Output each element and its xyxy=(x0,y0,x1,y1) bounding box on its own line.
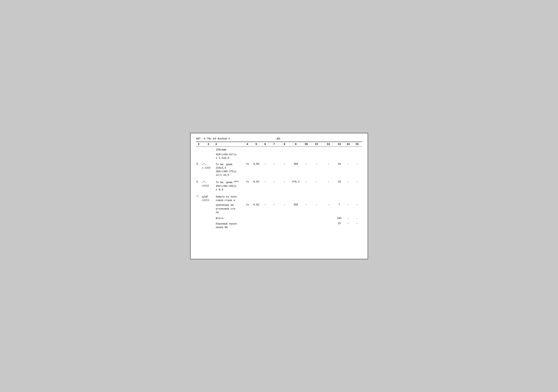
planovye-col14: – xyxy=(344,222,352,225)
row6-col15: – xyxy=(352,180,362,183)
col-header-1: I xyxy=(196,143,202,146)
row7-col9: 356 xyxy=(290,203,302,206)
row6-col9: 476,2 xyxy=(290,180,302,183)
col-header-2: 2 xyxy=(202,143,216,146)
row6-col8: – xyxy=(279,180,290,183)
row5-col9: 369 xyxy=(290,162,302,166)
itogo-label: Итого: xyxy=(216,217,244,220)
row7-col6: – xyxy=(261,203,269,206)
row5-col6: – xyxy=(261,162,269,166)
row7-col3-top: Хомуты из поло-совой стали и xyxy=(216,195,244,202)
col-header-13: I3 xyxy=(334,143,344,146)
cell-1-1 xyxy=(196,148,202,148)
row5-col15: – xyxy=(352,162,362,166)
cell-1-14 xyxy=(344,148,352,148)
row6-col2: —"—п3333 xyxy=(202,180,216,188)
row7-col7: – xyxy=(269,203,279,206)
col-header-9: 9 xyxy=(290,143,302,146)
row5-col7: – xyxy=(269,162,279,166)
row7-col13: 7 xyxy=(334,203,344,206)
row6-col13: IO xyxy=(334,180,344,183)
cell-2-1 xyxy=(196,153,202,153)
col-header-15: I5 xyxy=(352,143,362,146)
row5-col8: – xyxy=(279,162,290,166)
row-7-top: 7. цIцПп2OI9 Хомуты из поло-совой стали … xyxy=(196,195,362,203)
row5-col13: I8 xyxy=(334,162,344,166)
itogo-row: Итого: I83 – – xyxy=(196,216,362,220)
row5-col4: тн xyxy=(244,162,252,166)
row7-col5: 0,02 xyxy=(252,203,261,206)
cell-1-15 xyxy=(352,148,362,148)
itogo-col14: – xyxy=(344,217,352,220)
row5-col14: – xyxy=(344,162,352,166)
itogo-col15: – xyxy=(352,217,362,220)
cell-2-2 xyxy=(202,153,216,153)
col-header-3: 3 xyxy=(216,143,244,146)
cell-1-11 xyxy=(311,148,323,148)
row5-col3: То же, диам.2I9х3,5385+(385-375)хх2,5 х0… xyxy=(216,162,244,177)
cell-1-9 xyxy=(290,148,302,148)
col-header-8: 8 xyxy=(279,143,290,146)
pre-row-2: 428+(428-417)xx I,5x0,9 xyxy=(196,152,362,161)
page-header: 90Т.-4-70с.84 Альбом У -49- xyxy=(196,137,362,140)
col-header-4: 4 xyxy=(244,143,252,146)
row6-col10: – xyxy=(302,180,311,183)
row7-col10: – xyxy=(302,203,311,206)
row5-col2: —"—п.3358 xyxy=(202,162,216,170)
row7-col14: – xyxy=(344,203,352,206)
row6-col12: – xyxy=(323,180,334,183)
row6-col6: – xyxy=(261,180,269,183)
planovye-row: Плановые накоп-ления 8% I5 – – xyxy=(196,222,362,230)
row5-col10: – xyxy=(302,162,311,166)
row7-col12: – xyxy=(323,203,334,206)
cell-1-4 xyxy=(244,148,252,148)
row6-col4: тн xyxy=(244,180,252,183)
row7-col8: – xyxy=(279,203,290,206)
row5-col12: – xyxy=(323,162,334,166)
cell-1-13 xyxy=(334,148,344,148)
row6-col5: 0,02 xyxy=(252,180,261,183)
col-header-5: 5 xyxy=(252,143,261,146)
page: 90Т.-4-70с.84 Альбом У -49- I 2 3 4 5 6 … xyxy=(190,133,368,259)
row7-col2: цIцПп2OI9 xyxy=(202,195,216,203)
col-header-12: I2 xyxy=(323,143,334,146)
row6-col1: 6. xyxy=(196,180,202,183)
row6-col14: – xyxy=(344,180,352,183)
col-header-14: I4 xyxy=(344,143,352,146)
row7-col3-bottom: крепление ивуголковой ста-ли xyxy=(216,203,244,214)
cell-1-10 xyxy=(302,148,311,148)
itogo-col13: I83 xyxy=(334,217,344,220)
row7-col1: 7. xyxy=(196,195,202,198)
col-header-7: 7 xyxy=(269,143,279,146)
planovye-col13: I5 xyxy=(334,222,344,225)
cell-1-8 xyxy=(279,148,290,148)
row7-col11: – xyxy=(311,203,323,206)
cell-1-7 xyxy=(269,148,279,148)
pre-row-1: I59х3мм xyxy=(196,147,362,152)
planovye-col15: – xyxy=(352,222,362,225)
col-header-6: 6 xyxy=(261,143,269,146)
page-ref: 90Т.-4-70с.84 Альбом У xyxy=(196,137,230,140)
cell-1-12 xyxy=(323,148,334,148)
row-5: 5. —"—п.3358 То же, диам.2I9х3,5385+(385… xyxy=(196,162,362,178)
row7-col15: – xyxy=(352,203,362,206)
row5-col5: 0,05 xyxy=(252,162,261,166)
row-7-bottom: крепление ивуголковой ста-ли тн 0,02 – –… xyxy=(196,203,362,215)
cell-1-6 xyxy=(261,148,269,148)
row6-col7: – xyxy=(269,180,279,183)
row5-col11: – xyxy=(311,162,323,166)
row6-col11: – xyxy=(311,180,323,183)
cell-1-2 xyxy=(202,148,216,148)
col-header-11: II xyxy=(311,143,323,146)
table-body: I59х3мм 428+(428-417)xx I,5x0,9 xyxy=(196,147,362,230)
cell-2-3: 428+(428-417)xx I,5x0,9 xyxy=(216,153,244,160)
col-header-10: IO xyxy=(302,143,311,146)
cell-1-5 xyxy=(252,148,261,148)
planovye-label: Плановые накоп-ления 8% xyxy=(216,222,244,230)
row5-col1: 5. xyxy=(196,162,202,166)
col-headers: I 2 3 4 5 6 7 8 9 IO II I2 I3 I4 I5 xyxy=(196,142,362,147)
row6-col3: То же, диам.108х3492+(492-455)хх 0,9 xyxy=(216,180,244,192)
page-number: -49- xyxy=(230,137,326,140)
row7-col4: тн xyxy=(244,203,252,206)
cell-1-3: I59х3мм xyxy=(216,148,244,152)
